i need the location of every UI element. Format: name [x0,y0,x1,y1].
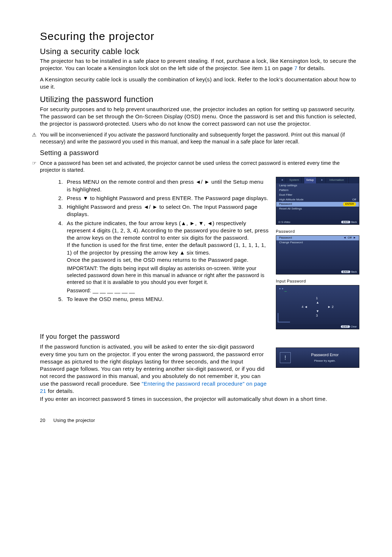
important-note: IMPORTANT: The digits being input will d… [67,265,269,286]
page-footer: 20 Using the projector [40,417,359,424]
page-title: Securing the projector [40,29,359,44]
step-5: To leave the OSD menu, press MENU. [65,296,269,303]
page-number: 20 [40,418,45,423]
pointer-icon: ☞ [32,160,37,167]
osd-input-password: Input Password * * _ 1▲ ► 2 ▼3 4 ◄ EXIT … [276,277,359,329]
forget-password-heading: If you forget the password [40,332,359,341]
warning-icon: ! [280,352,291,363]
footer-section: Using the projector [53,418,95,423]
setting-password-heading: Setting a password [40,149,359,157]
decoration [278,313,290,322]
warning-icon: ⚠ [32,131,37,138]
setting-password-steps: Press MENU on the remote control and the… [40,178,269,303]
password-asterisks: * * _ [276,285,359,294]
osd-password-toggle: Password ◄ Off ► [276,236,359,240]
section-security-lock-heading: Using a security cable lock [40,46,359,57]
step-2: Press ▼ to highlight Password and press … [65,195,269,202]
osd-tab-information: ►Information [317,177,349,183]
step-4: As the picture indicates, the four arrow… [65,220,269,294]
paragraph: The projector has to be installed in a s… [40,57,359,72]
osd-tab-setup: Setup [304,177,317,183]
osd-source: ⊡ S-Video [278,220,290,224]
paragraph: For security purposes and to help preven… [40,106,359,128]
paragraph: If you enter an incorrect password 5 tim… [40,395,359,403]
paragraph: A Kensington security cable lock is usua… [40,76,359,91]
password-blank-line: Password: __ __ __ __ __ __ [67,287,269,294]
dpad-diagram: 1▲ ► 2 ▼3 4 ◄ [296,296,339,318]
osd-tab-system: ◄System [276,177,304,183]
enter-badge: ENTER [343,202,356,206]
osd-password-menu: Password Password ◄ Off ► Change Passwor… [276,228,359,275]
info-note: ☞ Once a password has been set and activ… [40,160,359,174]
step-3: Highlight Password and press ◄/ ► to sel… [65,203,269,218]
osd-password-row: PasswordENTER [276,202,359,207]
step-1: Press MENU on the remote control and the… [65,178,269,193]
osd-setup-menu: ◄System Setup ►Information Lamp settings… [276,177,359,225]
section-password-heading: Utilizing the password function [40,94,359,105]
warning-note: ⚠ You will be inconvenienced if you acti… [40,131,359,145]
password-error-box: ! Password Error Please try again. [276,347,359,368]
paragraph: If the password function is activated, y… [40,343,269,395]
